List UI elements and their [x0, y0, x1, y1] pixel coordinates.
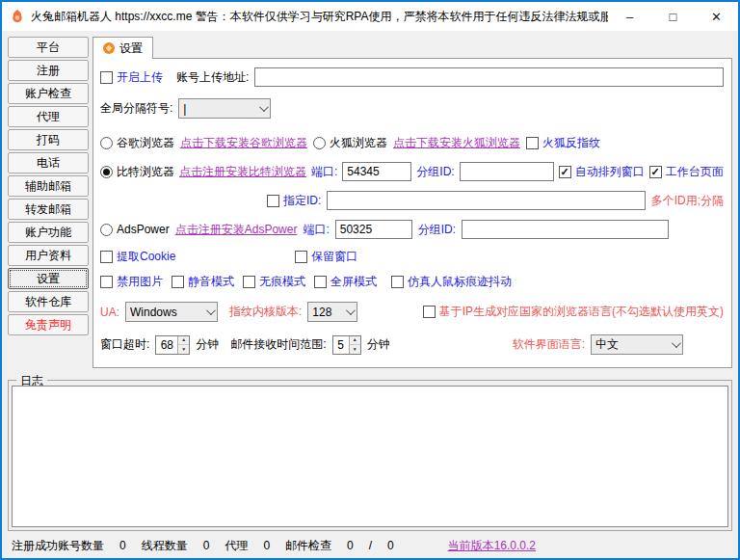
adspower-port-label: 端口: — [303, 222, 329, 238]
chrome-radio[interactable]: 谷歌浏览器 — [100, 135, 174, 151]
window-timeout-stepper[interactable]: 68 ▲▼ — [155, 335, 190, 355]
adspower-group-input[interactable] — [462, 220, 669, 239]
timeout-row: 窗口超时: 68 ▲▼ 分钟 邮件接收时间范围: 5 ▲▼ 分钟 软件界面语言:… — [100, 334, 724, 355]
adspower-group-label: 分组ID: — [418, 222, 456, 238]
assign-id-row: 指定ID: 多个ID用;分隔 — [267, 191, 724, 210]
mute-mode-checkbox[interactable]: 静音模式 — [172, 274, 234, 290]
version-link[interactable]: 当前版本16.0.0.2 — [448, 538, 536, 554]
proxy-count-label: 代理 — [225, 538, 248, 554]
status-bar: 注册成功账号数量 0 线程数量 0 代理 0 邮件检查 0 / 0 当前版本16… — [2, 533, 738, 558]
adspower-radio[interactable]: AdsPower — [100, 223, 170, 236]
bit-port-label: 端口: — [311, 164, 337, 180]
sidebar-item-register[interactable]: 注册 — [8, 60, 89, 81]
options-row-1: 提取Cookie 保留窗口 — [100, 249, 724, 265]
adspower-install-link[interactable]: 点击注册安装AdsPower — [175, 222, 298, 238]
adspower-row: AdsPower 点击注册安装AdsPower 端口: 分组ID: — [100, 220, 724, 239]
bit-install-link[interactable]: 点击注册安装比特浏览器 — [179, 164, 306, 180]
bit-browser-radio[interactable]: 比特浏览器 — [100, 164, 174, 180]
sidebar-item-settings[interactable]: 设置 — [8, 268, 89, 289]
assign-id-input[interactable] — [327, 191, 645, 210]
separator-row: 全局分隔符号: | — [100, 98, 724, 119]
chevron-down-icon — [672, 338, 681, 348]
auto-arrange-checkbox[interactable]: 自动排列窗口 — [559, 164, 645, 180]
firefox-radio[interactable]: 火狐浏览器 — [313, 135, 387, 151]
kernel-label: 指纹内核版本: — [229, 304, 302, 320]
chevron-down-icon — [346, 306, 356, 315]
bit-group-input[interactable] — [460, 162, 554, 181]
ui-language-label: 软件界面语言: — [513, 336, 585, 353]
checkbox-icon — [243, 276, 255, 288]
checkbox-icon — [391, 276, 404, 288]
ip-language-checkbox[interactable]: 基于IP生成对应国家的浏览器语言(不勾选默认使用英文) — [423, 304, 724, 320]
sidebar-item-phone[interactable]: 电话 — [8, 152, 89, 173]
radio-icon — [313, 137, 326, 149]
workbench-checkbox[interactable]: 工作台页面 — [649, 164, 724, 180]
sidebar-item-account-func[interactable]: 账户功能 — [8, 222, 89, 243]
options-row-2: 禁用图片 静音模式 无痕模式 全屏模式 — [100, 274, 724, 290]
mail-range-stepper[interactable]: 5 ▲▼ — [332, 335, 361, 355]
mail-range-unit: 分钟 — [367, 336, 390, 353]
stepper-arrows-icon[interactable]: ▲▼ — [349, 336, 360, 354]
bit-port-input[interactable] — [342, 162, 411, 181]
fullscreen-mode-checkbox[interactable]: 全屏模式 — [314, 274, 377, 290]
assign-id-checkbox[interactable]: 指定ID: — [267, 193, 321, 209]
radio-icon — [100, 137, 113, 149]
checkbox-icon — [100, 71, 113, 84]
registered-count-label: 注册成功账号数量 — [12, 538, 104, 554]
upload-address-input[interactable] — [254, 67, 724, 87]
window-timeout-label: 窗口超时: — [100, 336, 149, 353]
disable-images-checkbox[interactable]: 禁用图片 — [100, 274, 163, 290]
registered-count-value: 0 — [119, 539, 126, 552]
extract-cookie-checkbox[interactable]: 提取Cookie — [100, 249, 175, 265]
firefox-install-link[interactable]: 点击下载安装火狐浏览器 — [393, 135, 520, 151]
separator-label: 全局分隔符号: — [100, 100, 172, 117]
checkbox-icon — [267, 195, 279, 207]
close-button[interactable]: ✕ — [695, 2, 738, 31]
main-panel: 设置 开启上传 账号上传地址: 全局分隔符号: | — [92, 37, 732, 368]
stepper-arrows-icon[interactable]: ▲▼ — [177, 336, 189, 354]
mailcheck-total: 0 — [387, 539, 394, 552]
firefox-antifp-checkbox[interactable]: 火狐反指纹 — [526, 135, 600, 151]
adspower-port-input[interactable] — [335, 220, 412, 239]
checkbox-icon — [295, 251, 307, 263]
sidebar-item-user-profile[interactable]: 用户资料 — [8, 245, 89, 266]
mouse-jitter-checkbox[interactable]: 仿真人鼠标痕迹抖动 — [391, 274, 512, 290]
ui-language-select[interactable]: 中文 — [591, 334, 683, 355]
sidebar-item-proxy[interactable]: 代理 — [8, 106, 89, 127]
checkbox-icon — [314, 276, 327, 288]
upload-row: 开启上传 账号上传地址: — [100, 67, 724, 87]
chrome-install-link[interactable]: 点击下载安装谷歌浏览器 — [180, 135, 307, 151]
minimize-button[interactable]: – — [608, 2, 651, 31]
maximize-button[interactable]: □ — [651, 2, 695, 31]
log-group: 日志 — [8, 380, 732, 531]
log-textarea[interactable] — [12, 386, 728, 527]
enable-upload-checkbox[interactable]: 开启上传 — [100, 69, 163, 86]
incognito-mode-checkbox[interactable]: 无痕模式 — [243, 274, 305, 290]
assign-id-hint: 多个ID用;分隔 — [651, 193, 724, 209]
tab-settings[interactable]: 设置 — [92, 37, 153, 59]
status-counters: 注册成功账号数量 0 线程数量 0 代理 0 邮件检查 0 / 0 — [12, 538, 394, 554]
tab-bar: 设置 — [92, 37, 732, 58]
sidebar-item-forward-mail[interactable]: 转发邮箱 — [8, 199, 89, 220]
sidebar-item-aux-mail[interactable]: 辅助邮箱 — [8, 175, 89, 197]
app-window: 火兔邮箱机器人 https://xxcc.me 警告：本软件仅供学习与研究RPA… — [0, 0, 740, 560]
keep-window-checkbox[interactable]: 保留窗口 — [295, 249, 357, 265]
separator-select[interactable]: | — [178, 98, 271, 119]
threads-count-value: 0 — [203, 539, 210, 552]
ua-select[interactable]: Windows — [125, 302, 218, 322]
sidebar: 平台 注册 账户检查 代理 打码 电话 辅助邮箱 转发邮箱 账户功能 用户资料 … — [8, 37, 89, 368]
sidebar-item-account-check[interactable]: 账户检查 — [8, 83, 89, 104]
settings-tab-page: 开启上传 账号上传地址: 全局分隔符号: | — [92, 58, 732, 368]
ua-label: UA: — [100, 306, 119, 319]
chevron-down-icon — [206, 306, 216, 315]
kernel-select[interactable]: 128 — [307, 302, 357, 322]
checkbox-icon — [100, 276, 113, 288]
radio-icon — [100, 224, 113, 236]
sidebar-item-software-repo[interactable]: 软件仓库 — [8, 291, 89, 312]
sidebar-item-platform[interactable]: 平台 — [8, 37, 89, 58]
sidebar-item-captcha[interactable]: 打码 — [8, 129, 89, 150]
ua-row: UA: Windows 指纹内核版本: 128 基于IP生成对应国家的浏览器语言… — [100, 302, 724, 322]
sidebar-item-disclaimer[interactable]: 免责声明 — [8, 314, 89, 335]
app-icon — [10, 9, 25, 24]
timeout-unit: 分钟 — [196, 336, 219, 353]
